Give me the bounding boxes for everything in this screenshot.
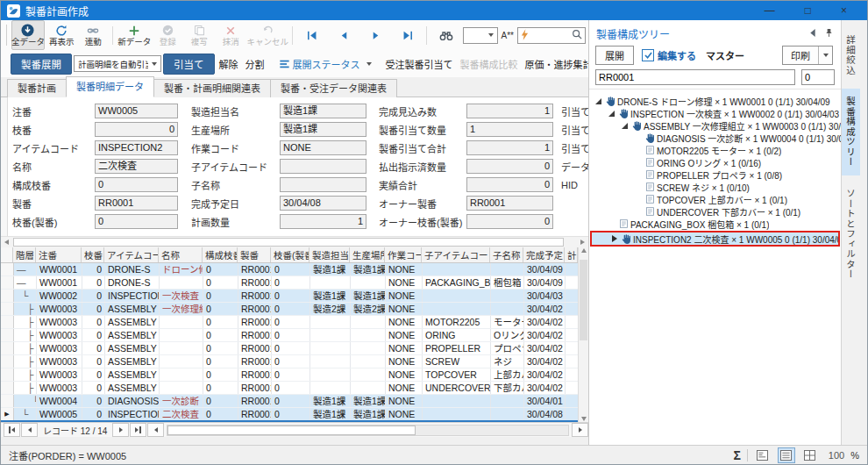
side-tab-3[interactable]: ソートとフィルター (842, 181, 860, 288)
row-selector[interactable] (1, 382, 14, 394)
field-value[interactable]: 0 (466, 177, 553, 192)
expand-status-button[interactable]: 展開ステータス (276, 57, 374, 71)
column-header[interactable]: アイテムコード (104, 247, 159, 262)
tab-3[interactable]: 製番・計画明細関連表 (153, 79, 271, 97)
field-value[interactable]: INSPECTION2 (95, 140, 178, 155)
side-tab-1[interactable]: 詳細絞込 (842, 27, 860, 83)
grid-vertical-scrollbar[interactable] (578, 247, 588, 422)
table-row[interactable]: ├WW00030ASSEMBLY0RR00010NONEPROPELLERプロペ… (1, 342, 578, 355)
nav-last-button[interactable] (392, 20, 422, 50)
table-row[interactable]: ├WW00030ASSEMBLY0RR00010NONETOPCOVER上部カバ… (1, 368, 578, 382)
allocate-button[interactable]: 引当て (163, 54, 215, 75)
tree-item[interactable]: ORING Oリング × 1 (0/16) (589, 156, 841, 168)
form-view-icon[interactable] (754, 447, 772, 463)
release-button[interactable]: 解除 (217, 57, 241, 71)
cost-progress-summary-button[interactable]: 原価・進捗集計 (523, 57, 589, 71)
table-row[interactable]: └WW00020INSPECTION一次検査0RR00010製造1課製造1課NO… (1, 290, 578, 303)
field-value[interactable]: 1 (466, 140, 553, 155)
seiban-input[interactable] (595, 69, 795, 85)
table-row[interactable]: ├WW00030ASSEMBLY0RR00010NONEORINGOリング30/… (1, 329, 578, 342)
field-value[interactable]: 1 (466, 122, 553, 137)
field-value[interactable]: 二次検査 (95, 159, 178, 174)
tree-item[interactable]: INSPECTION 一次検査 × 1 WW0002 0 (1/1) 30/04… (589, 107, 841, 119)
field-value[interactable]: 製造1課 (280, 104, 366, 118)
column-header[interactable]: 製造担当名 (309, 247, 350, 262)
edit-checkbox[interactable]: 編集する (642, 48, 696, 62)
row-selector[interactable] (1, 276, 14, 289)
field-value[interactable]: 1 (280, 214, 366, 229)
scroll-left-icon[interactable] (1, 237, 12, 247)
column-header[interactable]: 枝番(製番) (271, 247, 309, 262)
split-button[interactable]: 分割 (243, 57, 267, 71)
field-value[interactable]: 0 (95, 177, 178, 192)
sigma-button[interactable]: Σ (733, 448, 740, 462)
table-row[interactable]: —WW00010DRONE-Sドローン修理0RR00010製造1課製造1課NON… (1, 263, 578, 276)
tab-2[interactable]: 製番明細データ (66, 76, 154, 97)
quick-search[interactable] (517, 27, 586, 44)
column-header[interactable]: 生産場所 (350, 247, 385, 262)
print-split-button[interactable]: 印刷 (782, 46, 833, 65)
tree-item[interactable]: PROPELLER プロペラ × 1 (0/8) (589, 168, 841, 181)
row-selector[interactable] (1, 316, 14, 328)
form-horizontal-scrollbar[interactable] (1, 236, 588, 247)
expand-caret-icon[interactable] (594, 98, 603, 104)
record-prev-button[interactable] (21, 423, 38, 437)
table-row[interactable]: —WW00010DRONE-S0RR00010NONEPACKAGING_BOX… (1, 276, 578, 290)
order-seiban-allocate-button[interactable]: 受注製番引当て (383, 57, 456, 71)
row-selector[interactable]: ▶ (1, 408, 14, 420)
minimize-button[interactable]: — (765, 1, 775, 20)
column-header[interactable]: 構成枝番 (203, 247, 238, 262)
row-selector[interactable] (1, 263, 14, 275)
auto-allocate-combo[interactable]: 計画明細を自動引当て (74, 55, 161, 72)
grid-scroll-left-icon[interactable] (147, 423, 164, 437)
column-header[interactable]: 作業コード (385, 247, 422, 262)
nav-first-button[interactable] (297, 20, 327, 50)
row-selector[interactable] (1, 355, 14, 368)
list-view-icon[interactable] (778, 447, 795, 463)
field-value[interactable]: NONE (280, 140, 366, 155)
column-header[interactable]: 注番 (36, 247, 82, 262)
maximize-button[interactable]: □ (805, 1, 811, 20)
register-button[interactable]: 登録 (153, 20, 182, 50)
link-mode-button[interactable]: 連動 (78, 20, 108, 50)
column-header[interactable]: 名称 (159, 247, 203, 262)
scroll-down-icon[interactable] (579, 417, 588, 421)
tree-item[interactable]: UNDERCOVER 下部カバー × 1 (0/1) (589, 205, 841, 218)
tree-item[interactable]: DRONE-S ドローン修理 × 1 WW0001 0 (1/1) 30/04/… (589, 95, 841, 107)
record-last-button[interactable] (130, 423, 146, 437)
expand-caret-icon[interactable] (620, 123, 630, 129)
new-data-button[interactable]: 新データ (117, 20, 151, 50)
table-row[interactable]: ├WW00030ASSEMBLY0RR00010NONEUNDERCOVER下部… (1, 382, 578, 395)
column-header[interactable]: 製番 (238, 247, 271, 262)
column-header[interactable]: 子名称 (490, 247, 523, 262)
column-header[interactable]: 計 (565, 247, 578, 262)
tab-4[interactable]: 製番・受注データ関連表 (270, 79, 397, 97)
tree-item[interactable]: TOPCOVER 上部カバー × 1 (0/1) (589, 193, 841, 205)
field-value[interactable]: 30/04/08 (280, 196, 366, 211)
copy-button[interactable]: 複写 (184, 20, 214, 50)
field-value[interactable]: 0 (95, 214, 178, 229)
tree-item[interactable]: DIAGNOSIS 一次診断 × 1 WW0004 0 (1/1) 30/04/… (589, 132, 841, 144)
expand-caret-icon[interactable] (609, 235, 619, 242)
field-value[interactable]: RR0001 (466, 196, 553, 211)
field-value[interactable] (280, 159, 366, 174)
column-header[interactable]: 枝番 (82, 247, 104, 262)
table-row[interactable]: └WW00040DIAGNOSIS一次診断0RR00010製造1課製造1課NON… (1, 395, 578, 408)
table-row[interactable]: ├WW00030ASSEMBLY0RR00010NONEMOTOR2205モータ… (1, 316, 578, 329)
nav-next-button[interactable] (360, 20, 390, 50)
grid-scroll-right-icon[interactable] (572, 423, 588, 437)
scroll-right-icon[interactable] (577, 237, 588, 247)
column-header[interactable]: 階層 (13, 247, 36, 262)
field-value[interactable]: WW0005 (95, 104, 178, 118)
refresh-button[interactable]: 再表示 (46, 20, 76, 50)
field-value[interactable] (280, 177, 366, 192)
tree-item[interactable]: INSPECTION2 二次検査 × 1 WW0005 0 (1/1) 30/0… (590, 231, 840, 247)
table-row[interactable]: ├WW00030ASSEMBLY0RR00010NONESCREWネジ30/04… (1, 355, 578, 368)
field-value[interactable]: RR0001 (95, 196, 178, 211)
close-button[interactable]: × (841, 1, 847, 20)
record-next-button[interactable] (112, 423, 129, 437)
print-dropdown-icon[interactable] (818, 46, 832, 64)
scrollbar-thumb[interactable] (580, 260, 587, 340)
field-value[interactable]: 製造1課 (280, 122, 366, 137)
table-row[interactable]: ▶└WW00050INSPECTION2二次検査0RR00010製造1課製造1課… (1, 408, 578, 422)
